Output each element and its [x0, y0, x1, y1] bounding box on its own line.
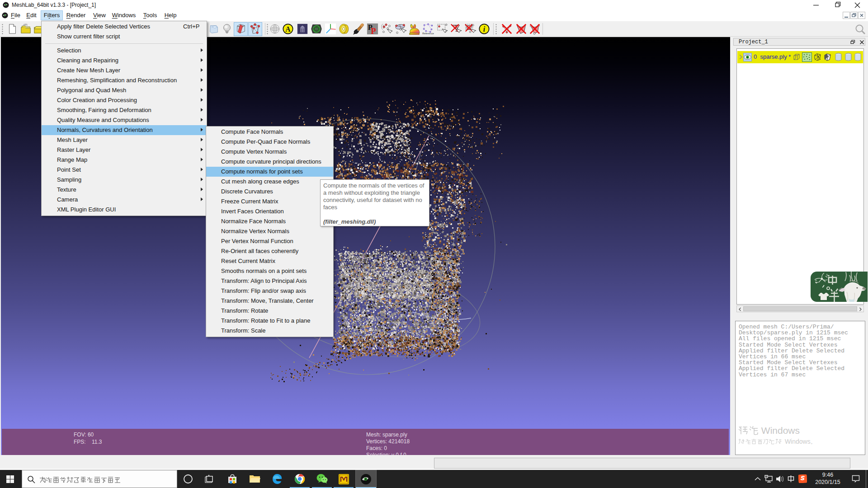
- svg-text:A: A: [285, 25, 291, 33]
- svg-text:P: P: [371, 26, 376, 35]
- svg-text:Reference: Reference: [422, 32, 434, 35]
- svg-text:i: i: [483, 25, 486, 33]
